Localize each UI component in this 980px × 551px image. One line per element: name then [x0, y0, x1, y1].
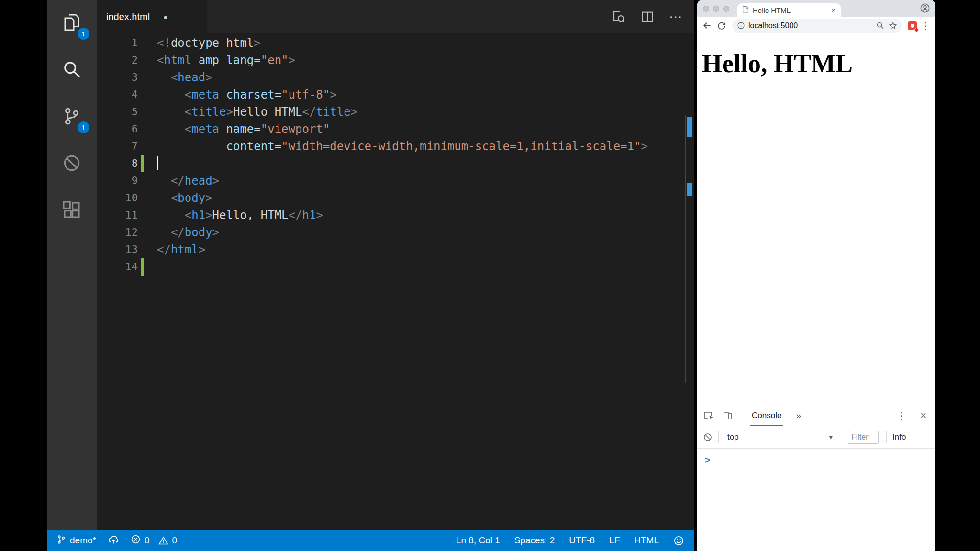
problems-status[interactable]: 0 0: [131, 534, 177, 547]
error-count: 0: [145, 535, 150, 546]
tab-console[interactable]: Console: [750, 405, 783, 426]
clear-console-icon[interactable]: [703, 432, 713, 442]
status-bar: demo* 0: [47, 530, 694, 551]
console-prompt-icon[interactable]: >: [705, 455, 710, 465]
activity-bar-item-explorer[interactable]: 1: [47, 0, 97, 47]
split-editor-icon[interactable]: [640, 10, 655, 24]
line-number: 10: [97, 189, 138, 207]
window-zoom-button[interactable]: [723, 6, 729, 12]
site-info-icon[interactable]: [737, 22, 745, 30]
browser-menu-icon[interactable]: ⋮: [921, 20, 930, 32]
tab-close-icon[interactable]: ×: [831, 6, 836, 14]
code-text[interactable]: </body>: [144, 224, 219, 241]
dropdown-caret-icon: ▾: [829, 433, 833, 441]
device-toolbar-icon[interactable]: [722, 410, 734, 421]
screen: 1 1: [0, 0, 980, 551]
code-line[interactable]: 13</html>: [97, 241, 694, 258]
open-preview-icon[interactable]: [612, 10, 626, 24]
code-text[interactable]: <title>Hello HTML</title>: [144, 103, 357, 121]
code-text[interactable]: content="width=device-width,minimum-scal…: [144, 138, 648, 155]
search-icon: [62, 60, 81, 81]
line-number: 1: [97, 34, 138, 52]
inspect-element-icon[interactable]: [703, 410, 714, 421]
activity-bar-item-debug[interactable]: [47, 141, 97, 187]
eol-status[interactable]: LF: [609, 535, 620, 546]
modified-indicator-icon[interactable]: ●: [163, 13, 167, 21]
tab-index-html[interactable]: index.html ●: [97, 0, 207, 33]
activity-bar-item-search[interactable]: [47, 47, 97, 94]
gutter: [141, 241, 144, 258]
activity-bar: 1 1: [47, 0, 97, 530]
code-text[interactable]: [144, 155, 158, 172]
gutter: [141, 34, 144, 52]
page-favicon-icon: [742, 6, 749, 15]
code-line[interactable]: 11 <h1>Hello, HTML</h1>: [97, 207, 694, 224]
devtools-close-icon[interactable]: ×: [920, 410, 926, 421]
bookmark-star-icon[interactable]: [889, 22, 897, 30]
browser-tab[interactable]: Hello HTML ×: [737, 3, 841, 17]
zoom-icon[interactable]: [876, 22, 884, 30]
code-text[interactable]: <head>: [144, 69, 212, 86]
browser-window: Hello HTML ×: [697, 0, 935, 551]
console-filter-input[interactable]: [848, 431, 879, 444]
code-text[interactable]: <html amp lang="en">: [144, 52, 295, 69]
activity-bar-item-extensions[interactable]: [47, 187, 97, 234]
code-line[interactable]: 4 <meta charset="utf-8">: [97, 86, 694, 103]
extension-badge: [914, 28, 919, 32]
console-output[interactable]: >: [697, 449, 935, 465]
feedback-smiley-icon[interactable]: [673, 535, 684, 546]
code-line[interactable]: 14: [97, 258, 694, 276]
gutter: [141, 138, 144, 155]
window-minimize-button[interactable]: [713, 6, 719, 12]
indentation-status[interactable]: Spaces: 2: [514, 535, 555, 546]
warning-icon: [158, 536, 168, 546]
code-line[interactable]: 8: [97, 155, 694, 172]
code-line[interactable]: 2<html amp lang="en">: [97, 52, 694, 69]
activity-bar-item-source-control[interactable]: 1: [47, 94, 97, 141]
code-text[interactable]: <h1>Hello, HTML</h1>: [144, 207, 323, 224]
code-text[interactable]: <meta charset="utf-8">: [144, 86, 337, 103]
code-line[interactable]: 9 </head>: [97, 172, 694, 189]
code-text[interactable]: </html>: [144, 241, 205, 258]
context-selector[interactable]: top ▾: [724, 432, 835, 442]
url-text[interactable]: localhost:5000: [748, 22, 798, 30]
language-mode-status[interactable]: HTML: [634, 535, 659, 546]
address-bar[interactable]: localhost:5000: [732, 19, 902, 33]
separator: [886, 431, 887, 443]
code-line[interactable]: 10 <body>: [97, 189, 694, 207]
devtools-toolbar: Console » ⋮ ×: [697, 405, 935, 426]
code-line[interactable]: 1<!doctype html>: [97, 34, 694, 52]
browser-toolbar: localhost:5000 ⋮: [697, 17, 935, 34]
code-line[interactable]: 6 <meta name="viewport": [97, 121, 694, 138]
gutter: [141, 189, 144, 207]
line-number: 12: [97, 224, 138, 241]
editor-group: index.html ● ⋯: [97, 0, 694, 530]
extension-icon[interactable]: [908, 21, 917, 30]
log-level-selector[interactable]: Info: [892, 432, 906, 442]
code-editor[interactable]: 1<!doctype html>2<html amp lang="en">3 <…: [97, 33, 694, 530]
code-text[interactable]: </head>: [144, 172, 219, 189]
context-label: top: [727, 432, 739, 442]
code-text[interactable]: [144, 258, 157, 276]
code-line[interactable]: 5 <title>Hello HTML</title>: [97, 103, 694, 121]
more-actions-icon[interactable]: ⋯: [669, 9, 683, 25]
scrollbar[interactable]: [685, 115, 686, 383]
cursor-position-status[interactable]: Ln 8, Col 1: [456, 535, 500, 546]
git-branch-status[interactable]: demo*: [56, 535, 96, 547]
code-text[interactable]: <meta name="viewport": [144, 121, 330, 138]
code-text[interactable]: <body>: [144, 189, 212, 207]
code-line[interactable]: 12 </body>: [97, 224, 694, 241]
code-text[interactable]: <!doctype html>: [144, 34, 261, 52]
code-line[interactable]: 7 content="width=device-width,minimum-sc…: [97, 138, 694, 155]
back-icon[interactable]: [702, 21, 712, 31]
profile-icon[interactable]: [920, 3, 930, 13]
scm-badge: 1: [78, 121, 89, 133]
line-number: 2: [97, 52, 138, 69]
devtools-menu-icon[interactable]: ⋮: [896, 411, 906, 420]
reload-icon[interactable]: [717, 21, 726, 31]
encoding-status[interactable]: UTF-8: [569, 535, 595, 546]
publish-changes-button[interactable]: [108, 534, 119, 548]
more-tabs-icon[interactable]: »: [796, 410, 801, 421]
window-close-button[interactable]: [703, 6, 709, 12]
code-line[interactable]: 3 <head>: [97, 69, 694, 86]
